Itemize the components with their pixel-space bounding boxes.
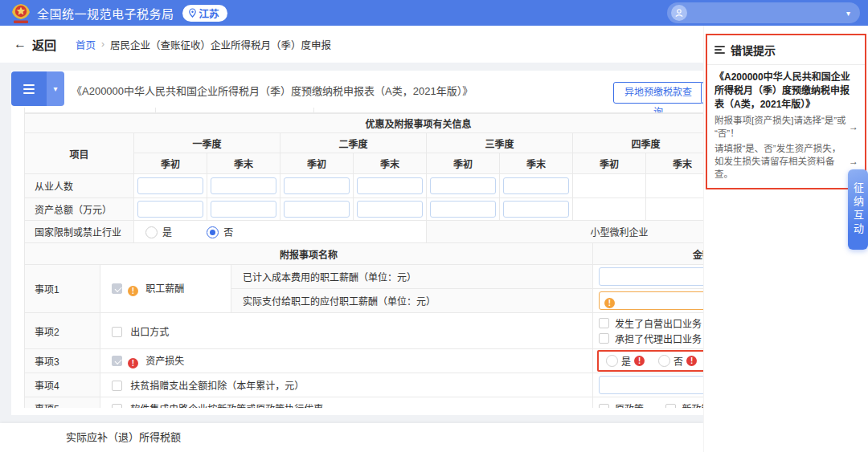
subcol-q3-start: 季初 <box>427 153 500 174</box>
small-micro-enterprise-label: 小型微利企业 <box>427 221 704 243</box>
item3-label: 事项3 <box>25 349 100 373</box>
checkbox-new-policy[interactable] <box>665 404 676 409</box>
addendum-name-header: 附报事项名称 <box>25 243 593 265</box>
back-label: 返回 <box>32 36 56 53</box>
checkbox-agent-export[interactable] <box>599 333 609 344</box>
quarter-input[interactable] <box>211 177 276 194</box>
quarter-input[interactable] <box>503 201 569 218</box>
checkbox-item2-export[interactable] <box>112 327 122 337</box>
section-header: 优惠及附报事项有关信息 <box>25 114 704 133</box>
error-item[interactable]: 附报事项[资产损失]请选择“是”或“否”！ → <box>714 114 858 140</box>
breadcrumb-current: 居民企业（查账征收）企业所得税月（季）度申报 <box>110 37 331 52</box>
breadcrumb-home-link[interactable]: 首页 <box>76 37 96 52</box>
row-label-total-assets: 资产总额（万元） <box>25 198 134 221</box>
col-header-q1: 一季度 <box>134 133 280 153</box>
warning-icon <box>128 286 138 296</box>
table-row: 从业人数 <box>25 174 704 198</box>
col-header-q4: 四季度 <box>573 133 704 153</box>
table-row: 事项2 出口方式 发生了自营出口业务 承担了代理出口业务 <box>25 313 704 349</box>
subcol-q1-end: 季末 <box>207 153 280 174</box>
region-badge[interactable]: 江苏 <box>182 5 227 22</box>
radio-no-label: 否 <box>223 227 233 238</box>
quarter-input[interactable] <box>430 201 496 218</box>
item1-sub2-label: 实际支付给职工的应付职工薪酬（单位：元） <box>231 289 593 313</box>
subcol-q4-end: 季末 <box>646 153 704 174</box>
checkbox-old-policy[interactable] <box>599 404 609 409</box>
radio-asset-loss-yes[interactable] <box>606 355 618 367</box>
table-row: 事项3 资产损失 是 否 <box>25 349 704 373</box>
user-menu[interactable]: ▾ <box>667 2 860 23</box>
person-icon <box>674 8 684 18</box>
checkbox-self-export[interactable] <box>599 318 609 328</box>
col-header-item: 项目 <box>25 133 134 174</box>
item1-name: 职工薪酬 <box>145 283 184 295</box>
option-agent-export: 承担了代理出口业务 <box>615 332 702 345</box>
footer-tax-payable-label: 实际应补（退）所得税额 <box>66 423 181 452</box>
item5-name: 软件集成电路企业按新政策或原政策执行优惠 <box>130 404 323 409</box>
arrow-right-icon: → <box>849 156 858 167</box>
asset-loss-radio-error-box: 是 否 <box>597 350 703 372</box>
subcol-q2-start: 季初 <box>280 153 354 174</box>
option-old-policy: 原政策 <box>615 404 644 409</box>
checkbox-item5-software-ic[interactable] <box>112 404 122 409</box>
declaration-form-card: ▾ 《A200000中华人民共和国企业所得税月（季）度预缴纳税申报表（A类，20… <box>11 71 703 415</box>
quarter-input[interactable] <box>357 201 423 218</box>
quarter-input[interactable] <box>284 201 350 218</box>
quarter-input[interactable] <box>211 201 276 218</box>
table-row: 资产总额（万元） <box>25 198 704 221</box>
error-icon <box>686 356 697 366</box>
quarter-input[interactable] <box>137 177 203 194</box>
table-row: 国家限制或禁止行业 是 否 小型微利企业 <box>25 221 704 243</box>
quarter-input[interactable] <box>357 177 423 194</box>
radio-restricted-yes[interactable] <box>145 226 158 238</box>
error-form-ref: 《A200000中华人民共和国企业所得税月（季）度预缴纳税申报表（A类，2021… <box>714 71 858 112</box>
row-label-employee-count: 从业人数 <box>25 174 134 198</box>
hamburger-icon[interactable] <box>11 71 47 106</box>
error-message: 请填报“是、否”发生资产损失，如发生损失请留存相关资料备查。 <box>714 142 846 181</box>
addendum-table: 附报事项名称 金额 事项1 职工薪酬 已计入成本费用的职工薪酬（单位：元） 实际… <box>24 242 703 408</box>
option-self-export: 发生了自营出口业务 <box>615 316 702 330</box>
region-label: 江苏 <box>199 6 219 21</box>
subcol-q2-end: 季末 <box>354 153 427 174</box>
tax-bureau-logo-icon <box>10 2 31 24</box>
error-panel-title: 错误提示 <box>731 42 776 58</box>
checkbox-item4-poverty-donation[interactable] <box>112 381 122 391</box>
amount-input[interactable] <box>599 267 703 286</box>
quarter-input[interactable] <box>430 177 496 194</box>
amount-header: 金额 <box>593 243 703 265</box>
arrow-right-icon: → <box>849 121 858 132</box>
form-menu-split-button[interactable]: ▾ <box>11 71 64 106</box>
col-header-q3: 三季度 <box>427 133 573 153</box>
tax-interaction-tab[interactable]: 征纳互动 <box>848 169 868 250</box>
quarter-input[interactable] <box>284 177 350 194</box>
checkbox-item3-asset-loss[interactable] <box>112 356 122 366</box>
scrolled-row-sliver <box>24 108 703 113</box>
error-icon <box>128 358 138 369</box>
item3-name: 资产损失 <box>145 356 184 367</box>
row-label-restricted-industry: 国家限制或禁止行业 <box>25 221 134 243</box>
caret-down-icon: ▾ <box>846 9 850 18</box>
error-item[interactable]: 请填报“是、否”发生资产损失，如发生损失请留存相关资料备查。 → <box>714 142 858 181</box>
item4-label: 事项4 <box>25 373 100 397</box>
checkbox-item1-salary[interactable] <box>112 283 122 294</box>
item5-label: 事项5 <box>25 397 100 409</box>
remote-prepaid-tax-query-button[interactable]: 异地预缴税款查询 <box>613 82 703 104</box>
item2-name: 出口方式 <box>130 327 169 338</box>
item1-label: 事项1 <box>25 265 100 313</box>
caret-down-icon[interactable]: ▾ <box>47 71 64 106</box>
radio-no-label: 否 <box>674 354 683 368</box>
breadcrumb-separator: › <box>101 39 104 50</box>
radio-yes-label: 是 <box>162 227 172 238</box>
error-message: 附报事项[资产损失]请选择“是”或“否”！ <box>714 114 846 140</box>
error-icon <box>634 356 645 366</box>
form-title: 《A200000中华人民共和国企业所得税月（季）度预缴纳税申报表（A类，2021… <box>72 83 473 98</box>
option-new-policy: 新政策 <box>682 404 703 409</box>
radio-restricted-no[interactable] <box>207 226 219 238</box>
radio-asset-loss-no[interactable] <box>658 355 670 367</box>
item2-label: 事项2 <box>25 313 100 349</box>
quarter-input[interactable] <box>503 177 569 194</box>
quarter-input[interactable] <box>137 201 203 218</box>
back-button[interactable]: ← 返回 <box>14 36 56 53</box>
amount-input[interactable] <box>599 376 703 394</box>
top-header-bar: 全国统一规范电子税务局 江苏 ▾ <box>0 0 868 26</box>
